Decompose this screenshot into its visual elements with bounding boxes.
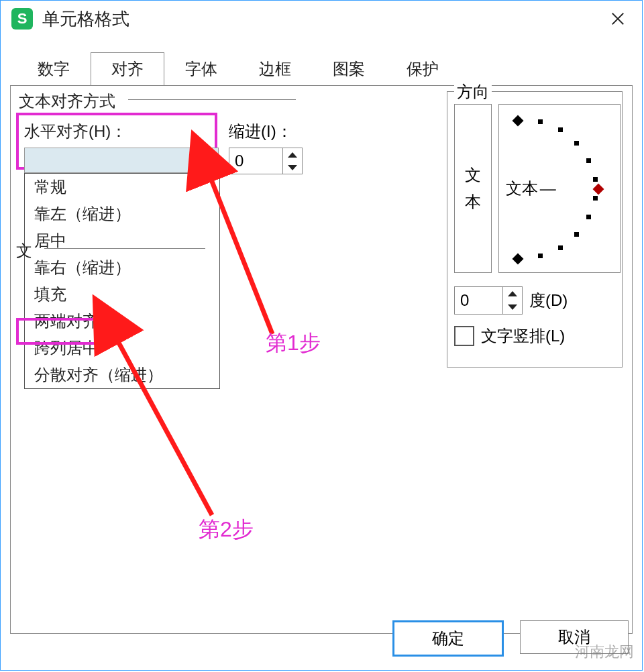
vertical-text-checkbox-label: 文字竖排(L)	[481, 325, 565, 347]
chevron-down-icon	[199, 156, 213, 164]
watermark-text: 河南龙网	[575, 642, 634, 662]
degree-value: 0	[455, 291, 502, 310]
direction-group: 方向 文 本 文本 —	[447, 91, 623, 368]
tab-pattern[interactable]: 图案	[312, 52, 386, 86]
annotation-step2: 第2步	[199, 515, 254, 545]
spinner-buttons	[282, 148, 302, 174]
svg-rect-2	[513, 115, 524, 127]
indent-label: 缩进(I)：	[229, 121, 292, 142]
horizontal-align-dropdown: 常规 靠左（缩进） 居中 靠右（缩进） 填充 两端对齐 跨列居中 分散对齐（缩进…	[24, 173, 220, 389]
svg-rect-9	[586, 215, 591, 219]
horizontal-align-label: 水平对齐(H)：	[24, 121, 127, 142]
svg-rect-13	[513, 254, 524, 265]
tab-number[interactable]: 数字	[17, 52, 91, 86]
indent-value: 0	[229, 152, 282, 170]
option-left-indent[interactable]: 靠左（缩进）	[25, 201, 219, 227]
close-icon	[610, 11, 625, 26]
orientation-row: 文 本 文本 —	[454, 104, 621, 273]
option-distributed[interactable]: 分散对齐（缩进）	[25, 361, 219, 388]
degree-row: 0 度(D)	[454, 286, 568, 315]
option-general[interactable]: 常规	[25, 174, 219, 201]
secondary-divider	[44, 248, 205, 249]
option-right-indent[interactable]: 靠右（缩进）	[25, 254, 219, 281]
annotation-step1: 第1步	[266, 329, 321, 358]
arc-dots-icon	[499, 105, 620, 272]
window-title: 单元格格式	[42, 7, 604, 31]
spin-up-icon[interactable]	[503, 287, 522, 300]
dialog-window: S 单元格格式 数字 对齐 字体 边框 图案 保护 文本对齐方式 水平对齐(H)…	[0, 0, 643, 671]
vertical-text-preview[interactable]: 文 本	[454, 104, 492, 273]
ok-button[interactable]: 确定	[392, 620, 504, 657]
svg-rect-4	[558, 127, 563, 132]
orientation-arc[interactable]: 文本 —	[498, 104, 621, 273]
close-button[interactable]	[604, 5, 631, 32]
svg-rect-12	[538, 254, 543, 258]
svg-rect-7	[593, 177, 598, 182]
tab-align[interactable]: 对齐	[91, 52, 164, 86]
svg-rect-14	[593, 184, 604, 195]
app-icon-letter: S	[17, 10, 28, 27]
vertical-text-checkbox-row: 文字竖排(L)	[454, 325, 565, 347]
option-center[interactable]: 居中	[25, 227, 219, 254]
tab-font[interactable]: 字体	[164, 52, 238, 86]
option-fill[interactable]: 填充	[25, 281, 219, 308]
app-icon: S	[11, 8, 33, 30]
step2-highlight-box	[16, 318, 118, 345]
svg-rect-11	[558, 245, 563, 250]
dialog-body: 数字 对齐 字体 边框 图案 保护 文本对齐方式 水平对齐(H)： 常规 靠左（…	[10, 52, 633, 610]
tab-panel-align: 文本对齐方式 水平对齐(H)： 常规 靠左（缩进） 居中 靠右（缩进） 填充 两…	[10, 85, 633, 634]
spin-down-icon[interactable]	[283, 161, 302, 174]
text-align-group-label: 文本对齐方式	[16, 91, 118, 112]
secondary-section-label: 文	[16, 240, 32, 262]
tab-border[interactable]: 边框	[238, 52, 312, 86]
tab-bar: 数字 对齐 字体 边框 图案 保护	[17, 52, 633, 85]
spin-down-icon[interactable]	[503, 300, 522, 314]
spin-up-icon[interactable]	[283, 148, 302, 161]
svg-rect-6	[586, 158, 591, 163]
svg-rect-10	[574, 232, 579, 237]
indent-spinner[interactable]: 0	[229, 148, 303, 174]
vertical-text-checkbox[interactable]	[454, 326, 474, 346]
svg-rect-3	[538, 119, 543, 124]
direction-group-label: 方向	[454, 81, 492, 103]
group-divider	[128, 99, 296, 100]
title-bar: S 单元格格式	[1, 1, 642, 37]
degree-label: 度(D)	[529, 290, 568, 311]
degree-spinner-buttons	[502, 287, 522, 314]
horizontal-align-combo[interactable]	[24, 148, 219, 173]
degree-spinner[interactable]: 0	[454, 286, 523, 315]
svg-rect-5	[574, 141, 579, 146]
svg-rect-8	[593, 196, 598, 201]
tab-protect[interactable]: 保护	[386, 52, 460, 86]
